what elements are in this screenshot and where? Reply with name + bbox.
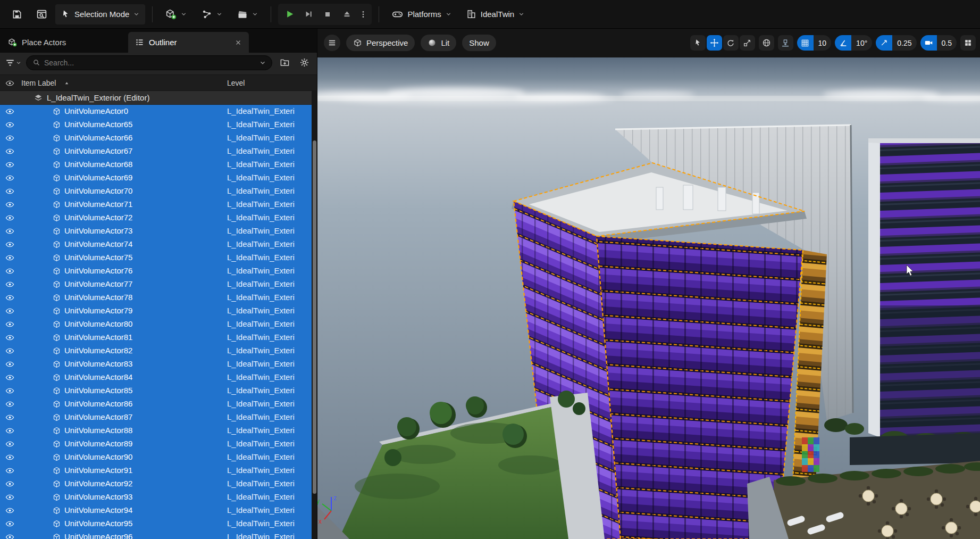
outliner-row[interactable]: UnitVolumeActor96 L_IdealTwin_Exteri [0,530,317,539]
outliner-row[interactable]: UnitVolumeActor0 L_IdealTwin_Exteri [0,105,317,118]
viewport-3d-scene[interactable]: z y x [317,57,980,539]
visibility-eye-icon[interactable] [5,466,14,475]
show-flags-dropdown[interactable]: Show [462,35,496,51]
visibility-eye-icon[interactable] [5,227,14,236]
visibility-eye-icon[interactable] [5,333,14,342]
visibility-eye-icon[interactable] [5,200,14,209]
outliner-row[interactable]: UnitVolumeActor71 L_IdealTwin_Exteri [0,198,317,211]
visibility-eye-icon[interactable] [5,360,14,369]
visibility-eye-icon[interactable] [5,147,14,156]
camera-speed-control[interactable]: 0.5 [920,35,957,51]
visibility-eye-icon[interactable] [5,293,14,302]
outliner-row[interactable]: UnitVolumeActor67 L_IdealTwin_Exteri [0,145,317,158]
move-tool-button[interactable] [707,35,722,51]
outliner-row[interactable]: UnitVolumeActor66 L_IdealTwin_Exteri [0,131,317,145]
visibility-eye-icon[interactable] [5,453,14,462]
grid-snap-value[interactable]: 10 [814,35,832,51]
filter-button[interactable] [5,58,21,68]
outliner-row[interactable]: UnitVolumeActor75 L_IdealTwin_Exteri [0,251,317,264]
outliner-row[interactable]: UnitVolumeActor83 L_IdealTwin_Exteri [0,358,317,371]
eject-button[interactable] [338,5,356,23]
outliner-row[interactable]: UnitVolumeActor95 L_IdealTwin_Exteri [0,517,317,530]
visibility-eye-icon[interactable] [5,280,14,289]
tab-outliner[interactable]: Outliner [128,32,249,53]
platforms-dropdown[interactable]: Platforms [386,4,457,24]
outliner-row[interactable]: UnitVolumeActor80 L_IdealTwin_Exteri [0,318,317,331]
tab-place-actors[interactable]: Place Actors [1,32,73,53]
surface-snap-button[interactable] [778,35,793,51]
visibility-eye-icon[interactable] [5,134,14,143]
visibility-eye-icon[interactable] [5,253,14,262]
outliner-row[interactable]: UnitVolumeActor70 L_IdealTwin_Exteri [0,185,317,198]
scrollbar-track[interactable] [312,91,317,539]
stop-button[interactable] [319,5,337,23]
close-icon[interactable] [234,39,242,46]
selection-mode-dropdown[interactable]: Selection Mode [55,4,145,24]
outliner-row[interactable]: UnitVolumeActor68 L_IdealTwin_Exteri [0,158,317,171]
visibility-eye-icon[interactable] [5,267,14,276]
visibility-eye-icon[interactable] [5,187,14,196]
grid-snap-control[interactable]: 10 [797,35,832,51]
outliner-row[interactable]: UnitVolumeActor77 L_IdealTwin_Exteri [0,278,317,291]
visibility-eye-icon[interactable] [5,506,14,515]
visibility-eye-icon[interactable] [5,426,14,435]
outliner-row[interactable]: UnitVolumeActor91 L_IdealTwin_Exteri [0,464,317,477]
maximize-quad-view-button[interactable] [960,35,976,51]
visibility-eye-icon[interactable] [5,213,14,222]
select-tool-button[interactable] [690,35,706,51]
outliner-row[interactable]: UnitVolumeActor89 L_IdealTwin_Exteri [0,437,317,451]
neighbor-building[interactable] [850,138,980,465]
outliner-row[interactable]: UnitVolumeActor84 L_IdealTwin_Exteri [0,371,317,384]
outliner-row[interactable]: UnitVolumeActor92 L_IdealTwin_Exteri [0,477,317,491]
outliner-row[interactable]: UnitVolumeActor88 L_IdealTwin_Exteri [0,424,317,437]
rotate-tool-button[interactable] [723,35,739,51]
outliner-row[interactable]: UnitVolumeActor85 L_IdealTwin_Exteri [0,384,317,397]
rotation-snap-control[interactable]: 10° [835,35,872,51]
outliner-row[interactable]: UnitVolumeActor82 L_IdealTwin_Exteri [0,344,317,358]
outliner-row[interactable]: UnitVolumeActor78 L_IdealTwin_Exteri [0,291,317,304]
visibility-eye-icon[interactable] [5,386,14,395]
visibility-eye-icon[interactable] [5,413,14,422]
outliner-row[interactable]: UnitVolumeActor87 L_IdealTwin_Exteri [0,411,317,424]
play-options-button[interactable] [357,5,370,23]
search-options-chevron-icon[interactable] [259,60,266,66]
outliner-row[interactable]: UnitVolumeActor79 L_IdealTwin_Exteri [0,304,317,318]
visibility-eye-icon[interactable] [5,240,14,249]
project-launch-dropdown[interactable]: IdealTwin [460,4,530,24]
search-input[interactable] [44,59,256,67]
visibility-eye-icon[interactable] [5,440,14,449]
visibility-column-eye-icon[interactable] [5,79,14,88]
viewport-options-button[interactable] [324,35,340,51]
rotation-snap-value[interactable]: 10° [851,35,872,51]
scale-tool-button[interactable] [740,35,755,51]
visibility-eye-icon[interactable] [5,519,14,528]
world-local-toggle-button[interactable] [759,35,774,51]
scale-snap-value[interactable]: 0.25 [892,35,916,51]
visibility-eye-icon[interactable] [5,107,14,116]
save-button[interactable] [6,4,28,24]
create-folder-button[interactable] [277,55,292,70]
visibility-eye-icon[interactable] [5,173,14,183]
visibility-eye-icon[interactable] [5,479,14,488]
frame-skip-button[interactable] [299,5,317,23]
view-mode-dropdown[interactable]: Lit [421,35,456,51]
content-browser-button[interactable] [31,4,52,24]
visibility-eye-icon[interactable] [5,373,14,382]
outliner-row[interactable]: UnitVolumeActor74 L_IdealTwin_Exteri [0,238,317,251]
visibility-eye-icon[interactable] [5,306,14,316]
cinematics-dropdown[interactable] [231,4,264,24]
camera-speed-value[interactable]: 0.5 [937,35,957,51]
column-item-label[interactable]: Item Label [21,79,56,87]
outliner-row[interactable]: UnitVolumeActor72 L_IdealTwin_Exteri [0,211,317,225]
visibility-eye-icon[interactable] [5,320,14,329]
blueprints-dropdown[interactable] [196,4,228,24]
outliner-row[interactable]: UnitVolumeActor93 L_IdealTwin_Exteri [0,491,317,504]
outliner-row[interactable]: UnitVolumeActor94 L_IdealTwin_Exteri [0,504,317,517]
camera-mode-dropdown[interactable]: Perspective [346,35,415,51]
add-actor-dropdown[interactable] [160,4,192,24]
scale-snap-control[interactable]: 0.25 [876,35,916,51]
outliner-row[interactable]: UnitVolumeActor86 L_IdealTwin_Exteri [0,397,317,411]
outliner-row[interactable]: UnitVolumeActor81 L_IdealTwin_Exteri [0,331,317,344]
visibility-eye-icon[interactable] [5,533,14,539]
outliner-row[interactable]: UnitVolumeActor69 L_IdealTwin_Exteri [0,171,317,185]
